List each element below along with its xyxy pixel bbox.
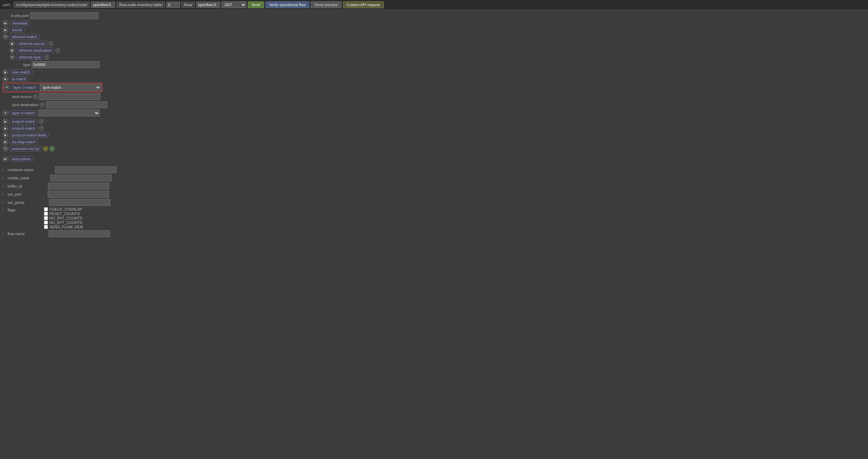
flag-no-byt-counts-checkbox[interactable] (44, 220, 48, 225)
extension-list-expand[interactable]: ▼ (3, 146, 8, 151)
verify-button[interactable]: Verify operational flow (265, 1, 310, 8)
node-layer3-match: ▼ layer-3-match ipv4-match ipv6-match ar… (3, 83, 865, 109)
flow-name-input[interactable] (49, 230, 110, 237)
layer4-match-expand[interactable]: ▼ (3, 110, 8, 116)
node-in-phy-port: in-phy-port (3, 12, 865, 19)
type-input[interactable] (32, 61, 100, 68)
send-button[interactable]: Send (248, 1, 264, 8)
vlan-match-tag: vlan-match (10, 69, 33, 75)
flag-send-flow-rem-checkbox[interactable] (44, 225, 48, 229)
icmpv4-match-help[interactable]: ? (39, 119, 44, 124)
node-flow-name: flow-name (3, 230, 865, 237)
node-instructions: ▶ instructions (3, 156, 865, 162)
node-icmpv6-match: ▶ icmpv6-match ? (3, 125, 865, 131)
path-input-table[interactable] (166, 2, 180, 8)
flag-no-pkt-counts: NO_PKT_COUNTS (44, 216, 83, 220)
custom-api-button[interactable]: Custom API request (343, 1, 384, 8)
node-ip-match: ▶ ip-match (3, 76, 865, 82)
node-container-name: container-name (3, 166, 865, 174)
node-out-port: out_port (3, 191, 865, 198)
out-group-label: out_group (7, 200, 24, 204)
node-flags: flags CHECK_OVERLAP RESET_COUNTS NO_PKT_… (3, 207, 865, 229)
ethernet-destination-help[interactable]: ? (55, 48, 60, 53)
path-input-flow[interactable] (196, 2, 220, 8)
content-area: in-phy-port ▶ metadata ▶ tunnel ▼ ethern… (0, 10, 868, 452)
flag-no-pkt-counts-checkbox[interactable] (44, 216, 48, 220)
protocol-match-tag: protocol-match-fields (10, 132, 49, 138)
layer3-match-select[interactable]: ipv4-match ipv6-match arp-match tunnel-i… (40, 84, 101, 91)
cookie-mask-label: cookie_mask (7, 176, 29, 180)
vlan-match-expand[interactable]: ▶ (3, 69, 8, 75)
layer4-match-tag: layer-4-match (10, 110, 37, 116)
container-name-label: container-name (7, 168, 33, 172)
ethernet-type-help[interactable]: ? (45, 55, 49, 60)
node-extension-list: ▼ extension-list list A + (3, 146, 865, 152)
ethernet-destination-expand[interactable]: ▶ (10, 48, 15, 53)
flow-name-label: flow-name (7, 232, 25, 236)
method-select[interactable]: GET PUT POST DELETE (222, 1, 246, 8)
ipv4-destination-label: ipv4-destination (12, 103, 38, 107)
ip-match-expand[interactable]: ▶ (3, 76, 8, 82)
icmpv4-match-expand[interactable]: ▶ (3, 119, 8, 124)
node-buffer-id: buffer_id (3, 182, 865, 190)
node-ipv4-source: ipv4-source ? (10, 93, 865, 100)
instructions-expand[interactable]: ▶ (3, 156, 8, 162)
extension-list-tag: extension-list list (10, 146, 42, 151)
layer4-match-select[interactable]: tcp-match udp-match sctp-match (38, 110, 100, 116)
in-phy-port-input[interactable] (30, 12, 98, 19)
tunnel-expand[interactable]: ▶ (3, 27, 8, 33)
node-vlan-match: ▶ vlan-match (3, 69, 865, 75)
extension-list-annotation: A (43, 146, 48, 151)
in-phy-port-label: in-phy-port (11, 14, 29, 18)
extension-list-add[interactable]: + (49, 146, 55, 151)
ipv4-destination-help[interactable]: ? (40, 102, 45, 107)
icmpv6-match-expand[interactable]: ▶ (3, 126, 8, 131)
ipv4-source-input[interactable] (39, 93, 100, 100)
path-segment-base: /config/opendaylight-inventory:nodes/nod… (14, 2, 90, 8)
icmpv6-match-help[interactable]: ? (39, 126, 44, 131)
cookie-mask-input[interactable] (50, 175, 112, 181)
ipv4-source-label: ipv4-source (12, 95, 32, 99)
node-protocol-match-fields: ▶ protocol-match-fields (3, 132, 865, 138)
layer3-match-expand[interactable]: ▼ (4, 85, 10, 90)
node-cookie-mask: cookie_mask (3, 174, 865, 182)
node-ethernet-type: ▼ ethernet-type ? type (10, 54, 865, 68)
node-icmpv4-match: ▶ icmpv4-match ? (3, 118, 865, 125)
node-out-group: out_group (3, 199, 865, 206)
flag-send-flow-rem: SEND_FLOW_REM (44, 225, 83, 229)
tcp-flag-match-tag: tcp-flag-match (10, 139, 38, 145)
icmpv4-match-tag: icmpv4-match (10, 119, 37, 124)
node-ipv4-destination: ipv4-destination ? (10, 101, 865, 109)
out-port-label: out_port (7, 192, 21, 196)
path-segment-table: /flow-node-inventory:table/ (116, 2, 165, 8)
ethernet-match-expand[interactable]: ▼ (3, 34, 8, 39)
ethernet-destination-tag: ethernet-destination (16, 48, 54, 53)
ethernet-source-expand[interactable]: ▶ (10, 41, 15, 46)
out-group-input[interactable] (49, 199, 110, 206)
ethernet-source-tag: ethernet-source (16, 41, 47, 46)
tunnel-tag: tunnel (10, 27, 24, 33)
path-input-node[interactable] (91, 2, 115, 8)
ethernet-source-help[interactable]: ? (49, 41, 53, 46)
out-port-input[interactable] (48, 191, 109, 198)
ipv4-source-help[interactable]: ? (33, 94, 38, 99)
instructions-tag: instructions (10, 156, 33, 162)
preview-button[interactable]: Show preview (311, 1, 341, 8)
buffer-id-input[interactable] (48, 183, 109, 190)
flag-check-overlap-checkbox[interactable] (44, 207, 48, 211)
node-ethernet-match: ▼ ethernet-match ▶ ethernet-source ? ▶ e… (3, 34, 865, 68)
flag-check-overlap: CHECK_OVERLAP (44, 207, 83, 211)
metadata-expand[interactable]: ▶ (3, 20, 8, 26)
ethernet-type-expand[interactable]: ▼ (10, 54, 15, 60)
node-ethernet-destination: ▶ ethernet-destination ? (10, 47, 865, 53)
container-name-input[interactable] (55, 166, 116, 173)
ipv4-destination-input[interactable] (46, 101, 107, 108)
tcp-flag-match-expand[interactable]: ▶ (3, 139, 8, 145)
buffer-id-label: buffer_id (7, 184, 22, 188)
flag-reset-counts-checkbox[interactable] (44, 212, 48, 216)
node-type: type (23, 61, 865, 68)
flag-reset-counts: RESET_COUNTS (44, 212, 83, 216)
protocol-match-expand[interactable]: ▶ (3, 132, 8, 138)
node-tcp-flag-match: ▶ tcp-flag-match (3, 139, 865, 145)
type-label: type (23, 63, 30, 67)
